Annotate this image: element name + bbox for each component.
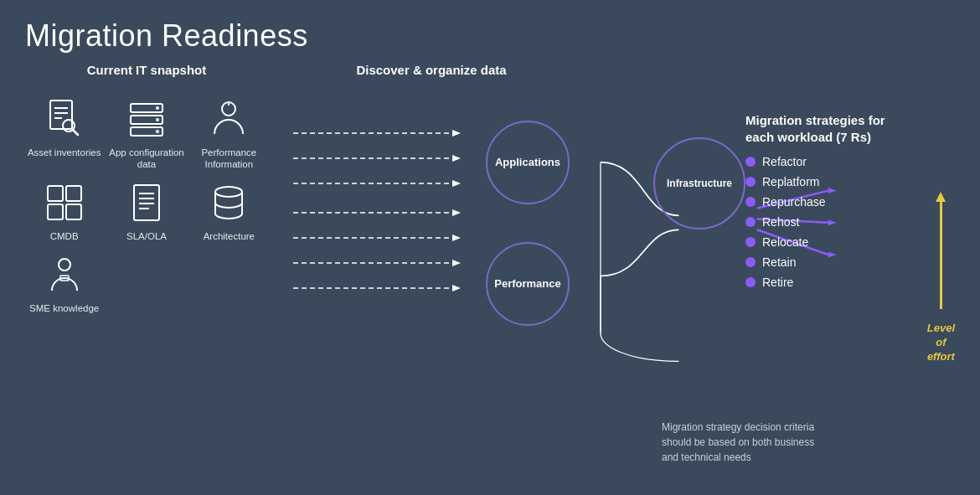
decision-text: Migration strategy decision criteria sho…	[662, 420, 829, 465]
svg-point-9	[156, 106, 159, 110]
svg-point-23	[215, 187, 242, 197]
rehost-dot	[745, 217, 756, 227]
infrastructure-circle: Infrastructure	[653, 137, 745, 229]
retain-dot	[745, 257, 756, 267]
refactor-dot	[745, 157, 756, 167]
svg-rect-14	[48, 186, 63, 201]
strategy-retain: Retain	[745, 255, 913, 269]
svg-point-24	[59, 259, 70, 271]
snapshot-item-arch: Architecture	[190, 179, 268, 243]
strategy-rehost: Rehost	[745, 215, 913, 229]
snapshot-item-asset: Asset inventories	[25, 95, 103, 172]
migration-strategies-header: Migration strategies for each workload (…	[745, 112, 913, 145]
sla-ola-label: SLA/OLA	[126, 230, 167, 243]
applications-circle: Applications	[486, 121, 570, 204]
svg-marker-33	[452, 209, 461, 216]
replatform-dot	[745, 177, 756, 187]
migration-strategies: Migration strategies for each workload (…	[745, 112, 913, 296]
svg-point-11	[156, 130, 159, 133]
svg-marker-37	[452, 260, 461, 266]
level-of-effort-label: Levelofeffort	[927, 322, 955, 364]
asset-inventories-label: Asset inventories	[28, 147, 101, 159]
strategy-replatform: Replatform	[745, 175, 913, 188]
app-config-label: App configuration data	[107, 147, 185, 172]
svg-rect-17	[66, 204, 81, 219]
relocate-dot	[745, 237, 756, 247]
svg-rect-0	[50, 101, 72, 129]
svg-point-10	[156, 118, 159, 121]
person-badge-icon	[206, 95, 252, 142]
strategy-relocate: Relocate	[745, 235, 913, 249]
strategy-refactor: Refactor	[745, 155, 913, 168]
left-column: Current IT snapshot Asset inventories	[17, 62, 276, 490]
performance-info-label: Performance Information	[190, 147, 268, 172]
sme-knowledge-label: SME knowledge	[29, 302, 99, 315]
performance-circle: Performance	[486, 242, 570, 326]
cmdb-label: CMDB	[50, 230, 79, 243]
level-of-effort: Levelofeffort	[927, 188, 955, 364]
person-simple-icon	[41, 251, 87, 297]
right-section: Infrastructure Migration strategies for …	[586, 62, 963, 490]
middle-column: Discover & organize data	[276, 62, 586, 490]
document-lines-icon	[123, 179, 169, 225]
svg-marker-35	[452, 235, 461, 241]
snapshot-item-sme: SME knowledge	[25, 251, 103, 315]
snapshot-item-sla: SLA/OLA	[107, 179, 185, 243]
svg-line-5	[73, 130, 78, 135]
snapshot-item-perf-info: Performance Information	[190, 95, 268, 172]
strategy-retire: Retire	[745, 276, 913, 289]
svg-marker-27	[452, 130, 461, 137]
repurchase-dot	[745, 197, 756, 207]
database-icon	[206, 179, 252, 225]
retire-dot	[745, 277, 756, 287]
snapshot-item-cmdb: CMDB	[25, 179, 103, 243]
architecture-label: Architecture	[204, 230, 255, 243]
strategy-repurchase: Repurchase	[745, 195, 913, 209]
svg-marker-29	[452, 155, 461, 162]
left-section-header: Current IT snapshot	[25, 62, 268, 79]
document-search-icon	[41, 95, 87, 142]
svg-rect-15	[66, 186, 81, 201]
svg-marker-39	[452, 285, 461, 291]
svg-rect-16	[48, 204, 63, 219]
middle-section-header: Discover & organize data	[285, 62, 578, 79]
content-area: Current IT snapshot Asset inventories	[0, 62, 980, 490]
server-grid-icon	[41, 179, 87, 225]
snapshot-item-app: App configuration data	[107, 95, 185, 172]
snapshot-grid: Asset inventories App configuration data	[25, 95, 268, 316]
svg-marker-31	[452, 180, 461, 187]
server-stack-icon	[123, 95, 169, 142]
page-title: Migration Readiness	[0, 0, 980, 62]
